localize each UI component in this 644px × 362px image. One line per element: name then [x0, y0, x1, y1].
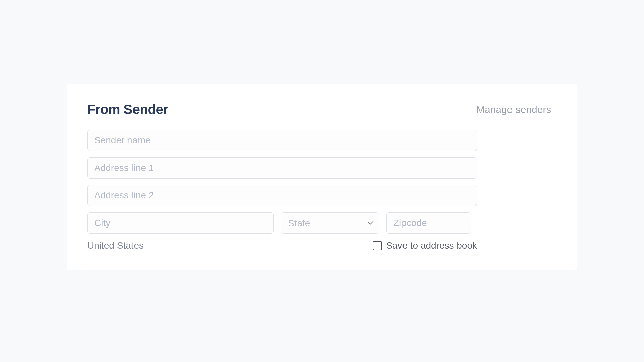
manage-senders-link[interactable]: Manage senders: [476, 104, 617, 115]
zipcode-wrapper: [386, 212, 471, 234]
country-label: United States: [87, 240, 373, 251]
address1-row: [87, 157, 477, 179]
bottom-row: United States Save to address book: [87, 240, 477, 251]
sender-name-input[interactable]: [87, 130, 477, 151]
state-select[interactable]: State: [281, 212, 379, 234]
state-wrapper: State: [281, 212, 379, 234]
address-line-1-input[interactable]: [87, 157, 477, 179]
card-header: From Sender Manage senders: [87, 102, 557, 117]
save-address-label: Save to address book: [386, 240, 477, 251]
city-state-zip-row: State: [87, 212, 557, 234]
save-address-checkbox-wrapper[interactable]: Save to address book: [373, 240, 477, 251]
address-line-2-input[interactable]: [87, 185, 477, 206]
sender-card: From Sender Manage senders State: [67, 84, 577, 270]
address2-row: [87, 185, 477, 206]
city-input[interactable]: [87, 212, 274, 234]
card-title: From Sender: [87, 102, 168, 117]
sender-name-row: [87, 130, 477, 151]
save-address-checkbox[interactable]: [373, 241, 382, 250]
city-wrapper: [87, 212, 274, 234]
zipcode-input[interactable]: [386, 212, 471, 234]
